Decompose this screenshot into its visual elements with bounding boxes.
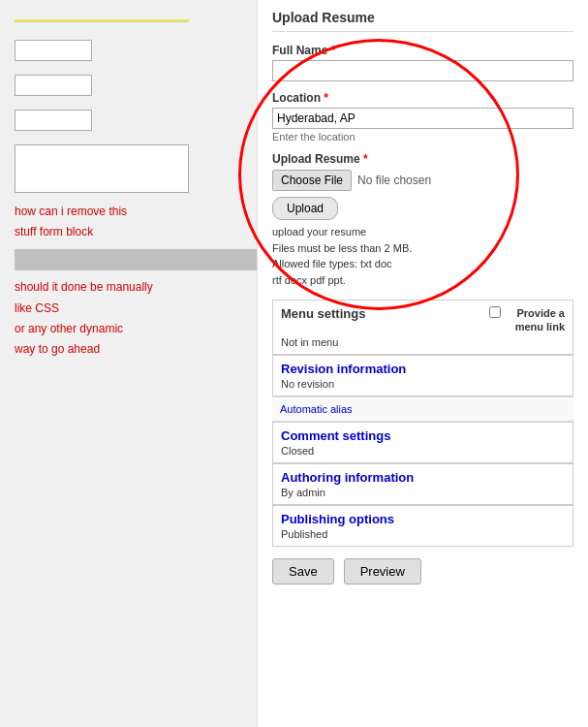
upload-button[interactable]: Upload xyxy=(272,197,338,220)
upload-resume-label: Upload Resume * xyxy=(272,152,573,166)
location-input[interactable] xyxy=(272,108,573,129)
red-text-1: how can i remove this xyxy=(15,203,242,221)
publishing-block: Publishing options Published xyxy=(272,505,573,547)
provide-link-text: Provide a menu link xyxy=(507,306,565,334)
left-input-1[interactable] xyxy=(15,40,92,61)
bottom-buttons: Save Preview xyxy=(272,558,573,585)
full-name-label: Full Name * xyxy=(272,44,573,57)
save-button[interactable]: Save xyxy=(272,558,334,585)
choose-file-button[interactable]: Choose File xyxy=(272,170,352,191)
menu-settings-sub: Not in menu xyxy=(273,336,573,354)
comment-block: Comment settings Closed xyxy=(272,422,573,463)
right-content: Upload Resume Full Name * Location * Ent… xyxy=(272,10,573,585)
red-text-5: or any other dynamic xyxy=(15,320,242,338)
no-file-text: No file chosen xyxy=(357,174,431,187)
right-panel: Upload Resume Full Name * Location * Ent… xyxy=(257,0,588,727)
menu-settings-block: Menu settings Provide a menu link Not in… xyxy=(272,300,573,355)
comment-header[interactable]: Comment settings xyxy=(273,423,573,445)
gray-bar xyxy=(15,249,271,270)
left-input-3[interactable] xyxy=(15,110,92,131)
authoring-header[interactable]: Authoring information xyxy=(273,464,573,487)
authoring-sub: By admin xyxy=(273,487,573,504)
authoring-block: Authoring information By admin xyxy=(272,463,573,505)
menu-settings-header: Menu settings Provide a menu link xyxy=(273,300,573,336)
red-text-2: stuff form block xyxy=(15,223,242,241)
revision-block: Revision information No revision xyxy=(272,355,573,396)
revision-header[interactable]: Revision information xyxy=(273,356,573,378)
menu-link-checkbox[interactable] xyxy=(489,306,501,318)
file-row: Choose File No file chosen xyxy=(272,170,573,191)
red-text-4: like CSS xyxy=(15,300,242,318)
full-name-input[interactable] xyxy=(272,60,573,81)
yellow-line xyxy=(15,19,189,22)
left-input-2[interactable] xyxy=(15,75,92,96)
red-text-3: should it done be manually xyxy=(15,278,242,297)
red-text-6: way to go ahead xyxy=(15,340,242,359)
location-label: Location * xyxy=(272,91,573,105)
comment-sub: Closed xyxy=(273,445,573,462)
alias-block[interactable]: Automatic alias xyxy=(272,396,573,422)
alias-label: Automatic alias xyxy=(280,403,353,415)
publishing-header[interactable]: Publishing options xyxy=(273,506,573,528)
revision-sub: No revision xyxy=(273,378,573,395)
section-title: Upload Resume xyxy=(272,10,573,32)
menu-settings-title: Menu settings xyxy=(281,306,365,321)
preview-button[interactable]: Preview xyxy=(344,558,421,585)
location-hint: Enter the location xyxy=(272,131,573,142)
publishing-sub: Published xyxy=(273,528,573,546)
upload-info: upload your resume Files must be less th… xyxy=(272,224,573,288)
left-panel: how can i remove this stuff form block s… xyxy=(0,0,257,727)
left-textarea[interactable] xyxy=(15,144,189,193)
